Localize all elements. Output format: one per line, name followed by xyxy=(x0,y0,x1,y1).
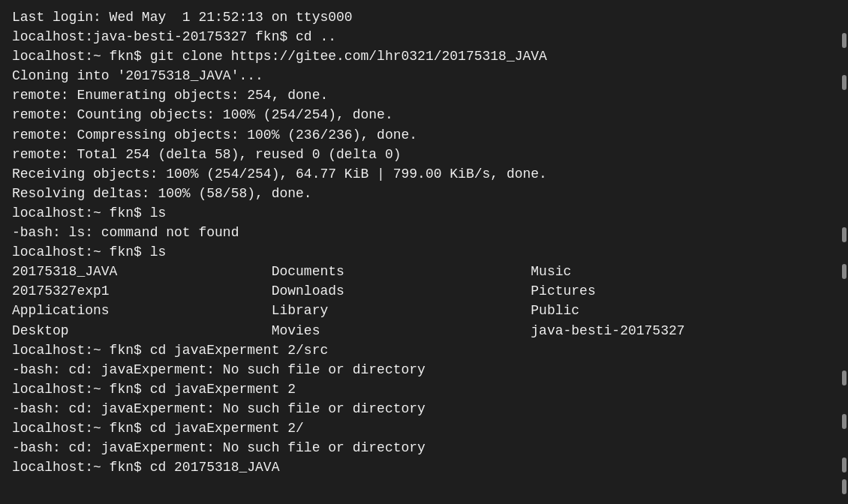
terminal-line: localhost:~ fkn$ ls xyxy=(12,203,836,223)
terminal-line: Desktop Movies java-besti-20175327 xyxy=(12,321,836,340)
terminal-line: localhost:~ fkn$ git clone https://gitee… xyxy=(12,46,836,66)
scroll-indicator xyxy=(842,227,846,242)
terminal-window[interactable]: Last login: Wed May 1 21:52:13 on ttys00… xyxy=(0,0,848,504)
scroll-indicator xyxy=(842,479,846,494)
scroll-indicator xyxy=(842,264,846,279)
terminal-line: Cloning into '20175318_JAVA'... xyxy=(12,66,836,86)
scroll-indicator xyxy=(842,414,846,429)
terminal-line: -bash: cd: javaExperment: No such file o… xyxy=(12,360,836,380)
terminal-line: localhost:~ fkn$ cd javaExperment 2 xyxy=(12,380,836,399)
terminal-line: localhost:~ fkn$ ls xyxy=(12,242,836,262)
scroll-indicator xyxy=(842,33,846,48)
terminal-line: -bash: cd: javaExperment: No such file o… xyxy=(12,399,836,418)
scroll-indicator xyxy=(842,458,846,472)
scroll-indicator xyxy=(842,75,846,90)
terminal-line: localhost:java-besti-20175327 fkn$ cd .. xyxy=(12,27,836,46)
terminal-line: Receiving objects: 100% (254/254), 64.77… xyxy=(12,164,836,184)
terminal-line: localhost:~ fkn$ cd 20175318_JAVA xyxy=(12,458,836,477)
terminal-line: remote: Counting objects: 100% (254/254)… xyxy=(12,105,836,124)
terminal-line: Last login: Wed May 1 21:52:13 on ttys00… xyxy=(12,8,836,27)
terminal-line: 20175327exp1 Downloads Pictures xyxy=(12,281,836,301)
terminal-line: -bash: cd: javaExperment: No such file o… xyxy=(12,438,836,458)
terminal-line: localhost:~ fkn$ cd javaExperment 2/ xyxy=(12,418,836,438)
terminal-line: localhost:~ fkn$ cd javaExperment 2/src xyxy=(12,340,836,360)
terminal-line: remote: Enumerating objects: 254, done. xyxy=(12,86,836,105)
scroll-indicator xyxy=(842,370,846,386)
terminal-line: remote: Total 254 (delta 58), reused 0 (… xyxy=(12,145,836,164)
terminal-line: Applications Library Public xyxy=(12,301,836,320)
terminal-line: -bash: ls: command not found xyxy=(12,223,836,242)
terminal-line: Resolving deltas: 100% (58/58), done. xyxy=(12,184,836,203)
terminal-line: remote: Compressing objects: 100% (236/2… xyxy=(12,125,836,145)
terminal-line: 20175318_JAVA Documents Music xyxy=(12,262,836,281)
terminal-output: Last login: Wed May 1 21:52:13 on ttys00… xyxy=(12,8,836,477)
